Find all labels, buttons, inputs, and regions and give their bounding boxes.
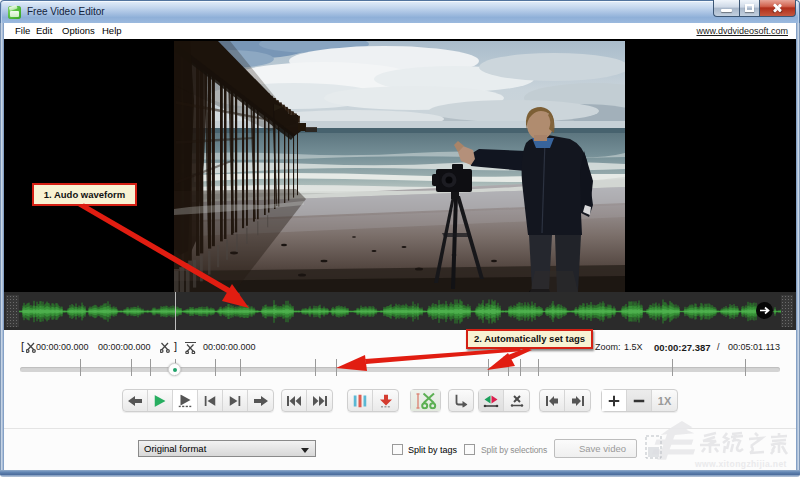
svg-text:www.xitongzhijia.net: www.xitongzhijia.net [694,459,787,469]
